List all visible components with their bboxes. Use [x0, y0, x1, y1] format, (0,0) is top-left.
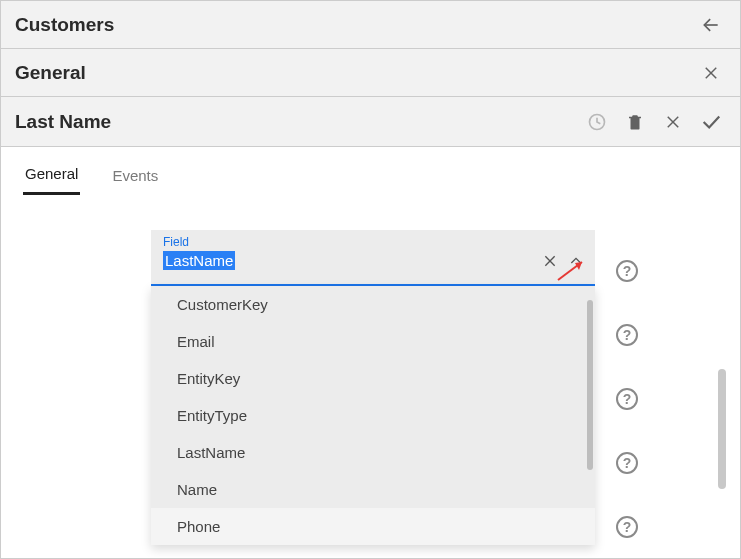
field-option-list: CustomerKey Email EntityKey EntityType L…: [151, 286, 595, 545]
close-icon: [702, 64, 720, 82]
chevron-up-icon: [568, 253, 584, 269]
breadcrumb-level-3: Last Name: [1, 97, 740, 147]
help-icon[interactable]: ?: [616, 324, 638, 346]
field-option[interactable]: CustomerKey: [151, 286, 595, 323]
arrow-left-icon: [701, 15, 721, 35]
history-button[interactable]: [582, 107, 612, 137]
breadcrumb-level-2: General: [1, 49, 740, 97]
tab-general[interactable]: General: [23, 165, 80, 195]
dropdown-scrollbar[interactable]: [587, 300, 593, 470]
field-combobox[interactable]: Field LastName Custome: [151, 230, 595, 545]
field-collapse-button[interactable]: [567, 252, 585, 270]
field-option[interactable]: Email: [151, 323, 595, 360]
check-icon: [700, 111, 722, 133]
breadcrumb-title-lastname: Last Name: [15, 111, 111, 133]
help-icon[interactable]: ?: [616, 516, 638, 538]
help-icon[interactable]: ?: [616, 388, 638, 410]
field-option[interactable]: EntityType: [151, 397, 595, 434]
close-general-button[interactable]: [696, 58, 726, 88]
clock-icon: [587, 112, 607, 132]
breadcrumb-level-1: Customers: [1, 1, 740, 49]
field-option[interactable]: Phone: [151, 508, 595, 545]
field-dropdown: CustomerKey Email EntityKey EntityType L…: [151, 286, 595, 545]
cancel-button[interactable]: [658, 107, 688, 137]
confirm-button[interactable]: [696, 107, 726, 137]
close-icon: [664, 113, 682, 131]
field-clear-button[interactable]: [541, 252, 559, 270]
breadcrumb-title-customers: Customers: [15, 14, 114, 36]
field-option[interactable]: LastName: [151, 434, 595, 471]
tab-events[interactable]: Events: [110, 167, 160, 194]
close-icon: [542, 253, 558, 269]
breadcrumb-title-general: General: [15, 62, 86, 84]
back-button[interactable]: [696, 10, 726, 40]
field-value[interactable]: LastName: [163, 251, 235, 270]
content-scrollbar[interactable]: [718, 369, 726, 489]
field-option[interactable]: Name: [151, 471, 595, 508]
field-option[interactable]: EntityKey: [151, 360, 595, 397]
help-icon[interactable]: ?: [616, 452, 638, 474]
help-column: ? ? ? ? ?: [616, 260, 638, 538]
trash-icon: [626, 112, 644, 132]
delete-button[interactable]: [620, 107, 650, 137]
field-label: Field: [163, 235, 583, 249]
help-icon[interactable]: ?: [616, 260, 638, 282]
content-area: General Events ? ? ? ? ? Field LastName: [1, 147, 740, 558]
tabs: General Events: [1, 147, 740, 196]
